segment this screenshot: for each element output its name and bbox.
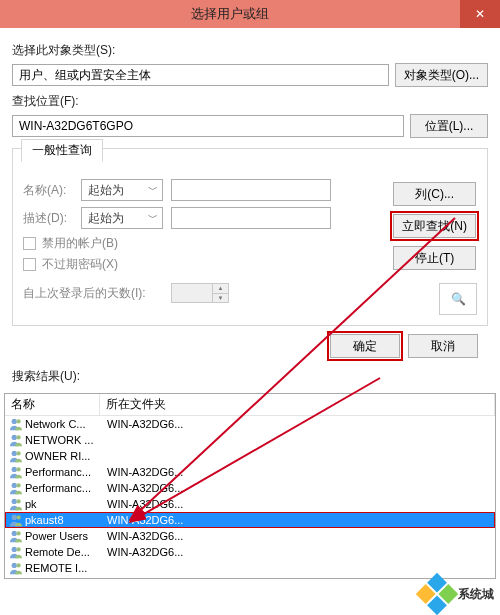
object-type-field[interactable]: 用户、组或内置安全主体 xyxy=(12,64,389,86)
checkbox-box xyxy=(23,237,36,250)
svg-point-5 xyxy=(17,451,21,455)
user-group-icon xyxy=(9,529,23,543)
table-row[interactable]: pkaust8WIN-A32DG6... xyxy=(5,512,495,528)
svg-point-10 xyxy=(12,499,17,504)
svg-point-12 xyxy=(12,515,17,520)
table-row[interactable]: Power UsersWIN-A32DG6... xyxy=(5,528,495,544)
user-group-icon xyxy=(9,561,23,575)
table-row[interactable]: OWNER RI... xyxy=(5,448,495,464)
find-now-button[interactable]: 立即查找(N) xyxy=(393,214,476,238)
stop-button[interactable]: 停止(T) xyxy=(393,246,476,270)
cancel-button[interactable]: 取消 xyxy=(408,334,478,358)
ok-button[interactable]: 确定 xyxy=(330,334,400,358)
row-name: REMOTE I... xyxy=(25,562,103,574)
close-button[interactable]: ✕ xyxy=(460,0,500,28)
watermark-logo-icon xyxy=(416,573,458,615)
columns-button[interactable]: 列(C)... xyxy=(393,182,476,206)
row-folder: WIN-A32DG6... xyxy=(103,418,183,430)
col-folder[interactable]: 所在文件夹 xyxy=(100,394,495,415)
svg-point-7 xyxy=(17,467,21,471)
svg-point-19 xyxy=(17,563,21,567)
user-group-icon xyxy=(9,433,23,447)
watermark-text: 系统城 xyxy=(458,586,494,603)
row-folder: WIN-A32DG6... xyxy=(103,498,183,510)
table-row[interactable]: Network C...WIN-A32DG6... xyxy=(5,416,495,432)
table-row[interactable]: Remote De...WIN-A32DG6... xyxy=(5,544,495,560)
desc-mode-select[interactable]: 起始为﹀ xyxy=(81,207,163,229)
svg-point-13 xyxy=(17,515,21,519)
table-row[interactable]: Remote M...WIN-A32DG6... xyxy=(5,576,495,579)
chevron-down-icon: ﹀ xyxy=(148,211,158,225)
user-group-icon xyxy=(9,545,23,559)
watermark: 系统城 xyxy=(422,579,494,609)
row-folder: WIN-A32DG6... xyxy=(103,578,183,579)
svg-point-17 xyxy=(17,547,21,551)
user-group-icon xyxy=(9,513,23,527)
close-icon: ✕ xyxy=(475,7,485,21)
common-queries-tab[interactable]: 一般性查询 xyxy=(21,139,103,162)
row-name: Network C... xyxy=(25,418,103,430)
window-title: 选择用户或组 xyxy=(0,5,460,23)
checkbox-box xyxy=(23,258,36,271)
row-name: NETWORK ... xyxy=(25,434,103,446)
user-group-icon xyxy=(9,465,23,479)
svg-point-16 xyxy=(12,547,17,552)
results-header: 名称 所在文件夹 xyxy=(5,394,495,416)
row-name: OWNER RI... xyxy=(25,450,103,462)
table-row[interactable]: Performanc...WIN-A32DG6... xyxy=(5,480,495,496)
user-group-icon xyxy=(9,497,23,511)
row-folder: WIN-A32DG6... xyxy=(103,546,183,558)
col-name[interactable]: 名称 xyxy=(5,394,100,415)
last-login-stepper[interactable]: ▲▼ xyxy=(171,283,229,303)
desc-label: 描述(D): xyxy=(23,210,73,227)
last-login-label: 自上次登录后的天数(I): xyxy=(23,285,163,302)
row-folder: WIN-A32DG6... xyxy=(103,530,183,542)
object-types-button[interactable]: 对象类型(O)... xyxy=(395,63,488,87)
svg-point-3 xyxy=(17,435,21,439)
location-field[interactable]: WIN-A32DG6T6GPO xyxy=(12,115,404,137)
row-folder: WIN-A32DG6... xyxy=(103,514,183,526)
row-name: Remote M... xyxy=(25,578,103,579)
table-row[interactable]: pkWIN-A32DG6... xyxy=(5,496,495,512)
chevron-down-icon: ﹀ xyxy=(148,183,158,197)
name-mode-select[interactable]: 起始为﹀ xyxy=(81,179,163,201)
location-label: 查找位置(F): xyxy=(12,93,488,110)
svg-point-6 xyxy=(12,467,17,472)
locations-button[interactable]: 位置(L)... xyxy=(410,114,488,138)
spin-down-icon[interactable]: ▼ xyxy=(213,294,228,303)
spin-up-icon[interactable]: ▲ xyxy=(213,284,228,294)
svg-point-18 xyxy=(12,563,17,568)
user-group-icon xyxy=(9,481,23,495)
svg-point-1 xyxy=(17,419,21,423)
name-label: 名称(A): xyxy=(23,182,73,199)
row-name: Power Users xyxy=(25,530,103,542)
svg-point-11 xyxy=(17,499,21,503)
table-row[interactable]: Performanc...WIN-A32DG6... xyxy=(5,464,495,480)
row-name: Remote De... xyxy=(25,546,103,558)
desc-input[interactable] xyxy=(171,207,331,229)
svg-point-0 xyxy=(12,419,17,424)
svg-point-14 xyxy=(12,531,17,536)
user-group-icon xyxy=(9,449,23,463)
search-icon: 🔍 xyxy=(451,292,466,306)
results-list[interactable]: 名称 所在文件夹 Network C...WIN-A32DG6...NETWOR… xyxy=(4,393,496,579)
svg-point-8 xyxy=(12,483,17,488)
search-icon-button[interactable]: 🔍 xyxy=(439,283,477,315)
svg-point-15 xyxy=(17,531,21,535)
table-row[interactable]: NETWORK ... xyxy=(5,432,495,448)
row-name: Performanc... xyxy=(25,466,103,478)
user-group-icon xyxy=(9,577,23,579)
row-name: pkaust8 xyxy=(25,514,103,526)
svg-point-4 xyxy=(12,451,17,456)
table-row[interactable]: REMOTE I... xyxy=(5,560,495,576)
user-group-icon xyxy=(9,417,23,431)
row-name: pk xyxy=(25,498,103,510)
object-type-label: 选择此对象类型(S): xyxy=(12,42,488,59)
svg-point-2 xyxy=(12,435,17,440)
row-folder: WIN-A32DG6... xyxy=(103,466,183,478)
row-name: Performanc... xyxy=(25,482,103,494)
name-input[interactable] xyxy=(171,179,331,201)
row-folder: WIN-A32DG6... xyxy=(103,482,183,494)
svg-point-9 xyxy=(17,483,21,487)
title-bar: 选择用户或组 ✕ xyxy=(0,0,500,28)
